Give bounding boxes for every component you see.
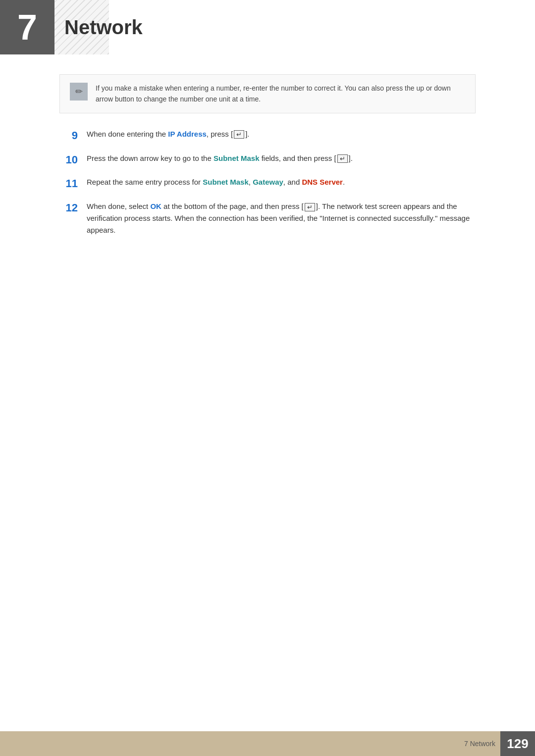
enter-key-icon: ↵ [305,203,315,211]
step-number: 9 [59,128,87,144]
step-content: When done entering the IP Address, press… [87,128,485,140]
footer-label: 7 Network [464,740,495,748]
page-content: If you make a mistake when entering a nu… [0,54,535,275]
step-item: 10Press the down arrow key to go to the … [59,152,485,168]
highlight-blue: OK [150,202,161,210]
step-number: 10 [59,152,87,168]
chapter-number: 7 [17,9,37,45]
step-item: 9When done entering the IP Address, pres… [59,128,485,144]
step-item: 11Repeat the same entry process for Subn… [59,176,485,192]
chapter-title: Network [64,16,143,39]
step-number: 11 [59,176,87,192]
highlight-red: DNS Server [302,178,343,186]
highlight-teal: Gateway [253,178,283,186]
step-number: 12 [59,201,87,216]
step-item: 12When done, select OK at the bottom of … [59,201,485,236]
enter-key-icon: ↵ [337,154,348,163]
steps-list: 9When done entering the IP Address, pres… [59,128,485,236]
highlight-teal: Subnet Mask [203,178,249,186]
chapter-number-box: 7 [0,0,54,54]
footer-page-number: 129 [500,731,535,756]
step-content: Press the down arrow key to go to the Su… [87,152,485,164]
page-header: 7 Network [0,0,535,54]
step-content: Repeat the same entry process for Subnet… [87,176,485,188]
note-box: If you make a mistake when entering a nu… [59,74,476,113]
enter-key-icon: ↵ [234,130,244,139]
highlight-teal: Subnet Mask [214,154,260,162]
note-icon [70,83,88,101]
highlight-blue: IP Address [168,130,207,138]
step-content: When done, select OK at the bottom of th… [87,201,485,236]
page-footer: 7 Network 129 [0,731,535,756]
note-text: If you make a mistake when entering a nu… [96,83,465,105]
